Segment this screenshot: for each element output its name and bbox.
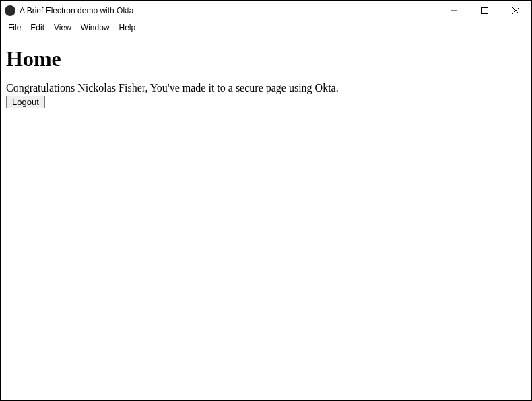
window-title: A Brief Electron demo with Okta xyxy=(20,6,438,15)
page-title: Home xyxy=(6,46,526,71)
window-controls xyxy=(438,1,531,21)
menu-help[interactable]: Help xyxy=(114,22,141,33)
welcome-message: Congratulations Nickolas Fisher, You've … xyxy=(6,82,526,94)
titlebar: A Brief Electron demo with Okta xyxy=(1,1,531,21)
menubar: File Edit View Window Help xyxy=(1,21,531,34)
menu-window[interactable]: Window xyxy=(76,22,114,33)
minimize-button[interactable] xyxy=(438,1,469,21)
menu-file[interactable]: File xyxy=(3,22,26,33)
menu-view[interactable]: View xyxy=(49,22,76,33)
menu-edit[interactable]: Edit xyxy=(26,22,49,33)
app-icon xyxy=(5,5,15,16)
close-button[interactable] xyxy=(500,1,531,21)
content-area: Home Congratulations Nickolas Fisher, Yo… xyxy=(1,34,531,400)
svg-rect-1 xyxy=(482,8,488,14)
logout-button[interactable]: Logout xyxy=(6,96,45,108)
maximize-button[interactable] xyxy=(469,1,500,21)
